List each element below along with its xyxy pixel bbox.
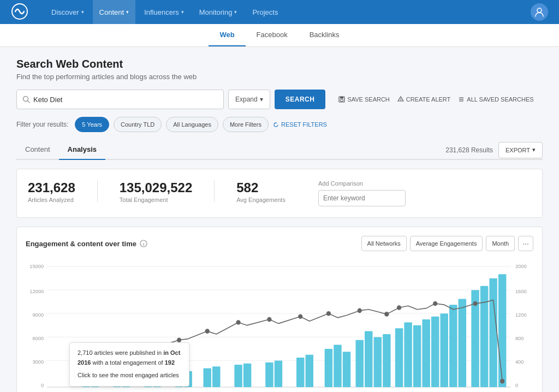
nav-content[interactable]: Content ▾ [93,0,136,24]
nav-discover[interactable]: Discover ▾ [45,0,91,24]
filters-bar: Filter your results: 5 Years Country TLD… [16,117,543,132]
svg-rect-53 [365,331,372,387]
analysis-tabs: Content Analysis 231,628 Results EXPORT … [16,141,543,160]
stat-articles: 231,628 Articles Analyzed [28,180,75,203]
filter-all-languages[interactable]: All Languages [166,117,218,132]
search-button[interactable]: SEARCH [275,90,326,109]
nav-influencers[interactable]: Influencers ▾ [138,0,191,24]
svg-rect-57 [404,322,412,387]
comparison-input[interactable] [318,190,406,206]
svg-rect-41 [204,368,211,387]
svg-rect-50 [334,345,341,387]
all-saved-searches-link[interactable]: ALL SAVED SEARCHES [458,96,533,103]
svg-rect-45 [265,363,273,387]
chart-title: Engagement & content over time i [26,240,147,248]
results-info: 231,628 Results EXPORT ▾ [445,142,543,158]
comparison-label: Add Comparison [318,180,406,187]
tab-facebook[interactable]: Facebook [246,24,299,46]
alert-icon [397,96,404,103]
avg-engagements-button[interactable]: Average Engagements [410,236,483,251]
svg-text:i: i [143,242,144,247]
stat-avg: 582 Avg Engagements [236,180,286,203]
month-button[interactable]: Month [486,236,515,251]
stat-articles-value: 231,628 [28,180,75,195]
stat-engagement-value: 135,029,522 [120,180,192,195]
svg-text:400: 400 [515,359,524,365]
avatar[interactable] [531,3,548,21]
tooltip-cta: Click to see the most engaged articles [78,371,181,381]
svg-rect-67 [498,274,506,387]
svg-text:3000: 3000 [32,359,44,365]
filter-country-tld[interactable]: Country TLD [114,117,162,132]
svg-rect-62 [449,305,457,387]
svg-rect-6 [341,99,343,102]
results-label: Results [471,146,493,154]
top-nav: Discover ▾ Content ▾ Influencers ▾ Monit… [0,0,559,24]
svg-rect-5 [340,97,343,99]
search-icon [22,96,30,103]
filter-5years[interactable]: 5 Years [75,117,109,132]
svg-point-8 [400,100,401,101]
stat-articles-label: Articles Analyzed [28,197,75,203]
logo[interactable] [11,3,28,22]
reset-filters-button[interactable]: RESET FILTERS [273,121,327,128]
nav-projects[interactable]: Projects [246,0,284,24]
svg-rect-56 [395,328,403,387]
nav-items: Discover ▾ Content ▾ Influencers ▾ Monit… [45,0,531,24]
stats-card: 231,628 Articles Analyzed 135,029,522 To… [16,169,543,218]
svg-point-1 [537,8,542,13]
svg-rect-44 [243,364,251,387]
chevron-down-icon: ▾ [532,146,536,153]
info-icon[interactable]: i [140,240,147,247]
svg-rect-61 [441,313,448,387]
svg-point-72 [205,329,210,334]
svg-point-71 [177,337,181,342]
chart-header: Engagement & content over time i All Net… [26,236,533,251]
svg-rect-65 [480,286,488,387]
export-button[interactable]: EXPORT ▾ [498,142,543,158]
svg-rect-58 [413,325,421,387]
svg-rect-54 [374,337,382,387]
svg-rect-52 [356,340,364,387]
create-alert-link[interactable]: CREATE ALERT [397,96,451,103]
svg-point-74 [267,317,271,322]
svg-point-77 [358,308,362,313]
svg-rect-43 [234,365,242,387]
search-input[interactable] [33,96,218,104]
stat-avg-value: 582 [236,180,286,195]
all-networks-button[interactable]: All Networks [361,236,407,251]
stat-engagement: 135,029,522 Total Engagement [120,180,192,203]
tab-analysis[interactable]: Analysis [59,141,105,160]
svg-point-76 [326,311,331,316]
svg-point-82 [500,379,504,384]
svg-text:1200: 1200 [515,312,527,318]
svg-point-81 [473,301,477,306]
chart-controls: All Networks Average Engagements Month ·… [361,236,533,251]
chevron-down-icon: ▾ [81,9,84,15]
svg-rect-49 [325,349,332,387]
svg-text:2000: 2000 [515,263,527,269]
svg-rect-60 [431,317,439,387]
expand-button[interactable]: Expand ▾ [228,90,270,109]
svg-rect-51 [343,352,350,387]
svg-rect-48 [306,355,313,387]
save-search-link[interactable]: SAVE SEARCH [338,96,389,103]
svg-text:12000: 12000 [29,288,44,294]
chart-area[interactable]: 15000 12000 9000 6000 3000 0 2000 1600 1… [26,258,533,392]
tab-web[interactable]: Web [209,24,245,46]
nav-monitoring[interactable]: Monitoring ▾ [193,0,244,24]
filter-label: Filter your results: [16,121,68,128]
more-options-button[interactable]: ··· [518,236,533,251]
svg-rect-63 [459,299,466,387]
filter-more[interactable]: More Filters [223,117,269,132]
svg-text:0: 0 [515,382,518,388]
svg-rect-46 [275,360,282,387]
list-icon [458,96,465,103]
svg-line-3 [28,101,30,103]
stat-avg-label: Avg Engagements [236,197,286,203]
tab-content[interactable]: Content [16,141,59,160]
page-subtitle: Find the top performing articles and blo… [16,73,543,81]
tab-backlinks[interactable]: Backlinks [299,24,350,46]
chevron-down-icon: ▾ [126,9,129,15]
search-input-wrapper [16,90,224,109]
